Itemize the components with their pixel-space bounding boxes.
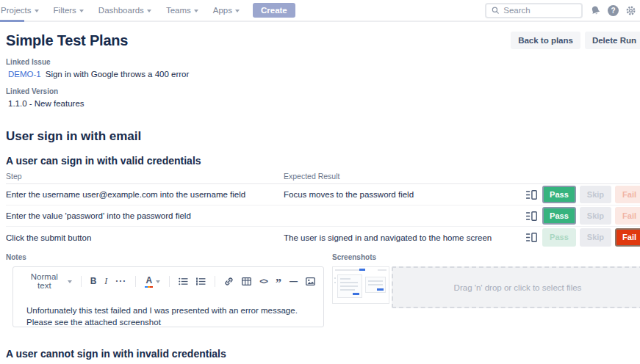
ordered-list-button[interactable]: [195, 277, 206, 285]
editor-toolbar: Normal text B I ··· A: [13, 267, 323, 290]
link-icon: [224, 277, 234, 286]
nav-item-teams[interactable]: Teams: [159, 0, 206, 21]
text-color-button[interactable]: A: [144, 274, 161, 288]
italic-button[interactable]: I: [104, 276, 108, 287]
step-cell: Enter the value 'password' into the pass…: [6, 211, 284, 220]
text-color-glyph: A: [145, 275, 152, 285]
thumb-decoration: [378, 269, 386, 271]
skip-button[interactable]: Skip: [580, 207, 611, 225]
chevron-down-icon: [147, 10, 151, 12]
insert-image-button[interactable]: [305, 277, 316, 285]
notes-section: Notes Normal text B I ··· A: [6, 253, 324, 327]
nav-item-projects[interactable]: Projects: [0, 0, 46, 21]
screenshots-section: Screenshots: [332, 253, 640, 327]
issue-key-link[interactable]: DEMO-1: [8, 70, 41, 79]
help-icon[interactable]: ?: [608, 5, 619, 16]
notes-label: Notes: [6, 253, 324, 261]
bullet-list-button[interactable]: [178, 277, 189, 285]
page-title: Simple Test Plans: [6, 32, 128, 49]
chevron-down-icon: [156, 280, 160, 283]
horizontal-rule-button[interactable]: —: [289, 277, 298, 285]
insert-table-button[interactable]: [241, 277, 252, 285]
ordered-list-icon: [196, 277, 206, 285]
step-notes-toggle[interactable]: [526, 189, 537, 201]
pass-button[interactable]: Pass: [542, 207, 576, 225]
table-row: Enter the username user@example.com into…: [6, 184, 640, 205]
expected-cell: Focus moves to the password field: [284, 190, 541, 199]
screenshot-thumbnail[interactable]: [332, 266, 389, 304]
nav-item-label: Dashboards: [98, 6, 144, 15]
more-formatting-button[interactable]: ···: [115, 276, 127, 286]
search-icon: [492, 6, 499, 15]
pass-button[interactable]: Pass: [542, 228, 576, 246]
linked-issue-label: Linked Issue: [6, 58, 640, 66]
skip-button[interactable]: Skip: [580, 186, 611, 203]
linked-issue-value: DEMO-1Sign in with Google throws a 400 e…: [6, 70, 640, 79]
fail-button[interactable]: Fail: [615, 186, 640, 203]
thumb-decoration: [334, 277, 336, 279]
expected-cell: The user is signed in and navigated to t…: [284, 233, 541, 242]
delete-run-button[interactable]: Delete Run: [585, 32, 640, 49]
thumb-decoration: [365, 277, 386, 293]
color-swatch-bar: [145, 286, 153, 288]
suite-title: User sign in with email: [6, 129, 640, 144]
bold-button[interactable]: B: [90, 276, 98, 286]
chevron-down-icon: [79, 10, 84, 12]
back-to-plans-button[interactable]: Back to plans: [511, 32, 580, 49]
table-header: Step Expected Result: [6, 172, 640, 184]
pass-button[interactable]: Pass: [542, 186, 576, 203]
expected-column-header: Expected Result: [284, 172, 541, 181]
screenshots-label: Screenshots: [332, 253, 640, 261]
blockquote-button[interactable]: ”: [275, 277, 282, 285]
steps-table: Step Expected Result Enter the username …: [6, 172, 640, 248]
create-button[interactable]: Create: [253, 3, 295, 18]
chevron-down-icon: [235, 10, 240, 12]
page-header: Simple Test Plans Back to plans Delete R…: [6, 32, 640, 49]
search-box[interactable]: [485, 3, 583, 18]
test-case-title: A user cannot sign in with invalid crede…: [6, 348, 640, 360]
search-input[interactable]: [503, 6, 576, 15]
table-row: Enter the value 'password' into the pass…: [6, 205, 640, 227]
main-content: Simple Test Plans Back to plans Delete R…: [0, 32, 640, 364]
screenshots-row: Drag 'n' drop or click to select files: [332, 266, 640, 308]
issue-summary: Sign in with Google throws a 400 error: [46, 70, 190, 79]
chevron-down-icon: [68, 280, 72, 283]
nav-item-label: Projects: [1, 6, 32, 15]
toolbar-divider: [215, 276, 215, 287]
file-dropzone[interactable]: Drag 'n' drop or click to select files: [392, 266, 640, 308]
fail-button[interactable]: Fail: [615, 207, 640, 225]
table-row: Click the submit button The user is sign…: [6, 227, 640, 248]
notes-panel-icon: [526, 190, 537, 200]
text-style-dropdown[interactable]: Normal text: [24, 272, 73, 290]
settings-gear-icon[interactable]: [625, 5, 636, 16]
fail-button[interactable]: Fail: [615, 228, 640, 246]
step-column-header: Step: [6, 172, 284, 181]
linked-version-value: 1.1.0 - New features: [6, 99, 640, 108]
notes-content[interactable]: Unfortunately this test failed and I was…: [13, 290, 323, 328]
top-navigation: Projects Filters Dashboards Teams Apps C…: [0, 0, 640, 22]
linked-version-label: Linked Version: [6, 87, 640, 95]
image-icon: [306, 277, 315, 285]
code-block-button[interactable]: <>: [259, 277, 268, 285]
toolbar-divider: [135, 276, 136, 287]
skip-button[interactable]: Skip: [580, 228, 611, 246]
nav-item-dashboards[interactable]: Dashboards: [91, 0, 159, 21]
nav-item-filters[interactable]: Filters: [46, 0, 91, 21]
nav-menu: Projects Filters Dashboards Teams Apps: [0, 0, 247, 21]
step-cell: Enter the username user@example.com into…: [6, 190, 284, 199]
header-actions: Back to plans Delete Run: [511, 32, 640, 49]
test-case-title: A user can sign in with valid credential…: [6, 155, 640, 167]
step-notes-toggle[interactable]: [526, 231, 537, 244]
notes-panel-icon: [526, 233, 537, 242]
toolbar-divider: [169, 276, 170, 287]
notifications-bell-icon[interactable]: [589, 4, 603, 18]
bullet-list-icon: [179, 277, 188, 285]
dropzone-text: Drag 'n' drop or click to select files: [454, 283, 582, 292]
nav-item-apps[interactable]: Apps: [206, 0, 247, 21]
step-actions: Pass Skip Fail: [541, 186, 640, 203]
step-notes-toggle[interactable]: [526, 210, 537, 222]
notes-editor: Normal text B I ··· A: [12, 266, 324, 327]
nav-item-label: Teams: [166, 6, 191, 15]
thumb-decoration: [334, 282, 336, 283]
insert-link-button[interactable]: [223, 277, 234, 286]
